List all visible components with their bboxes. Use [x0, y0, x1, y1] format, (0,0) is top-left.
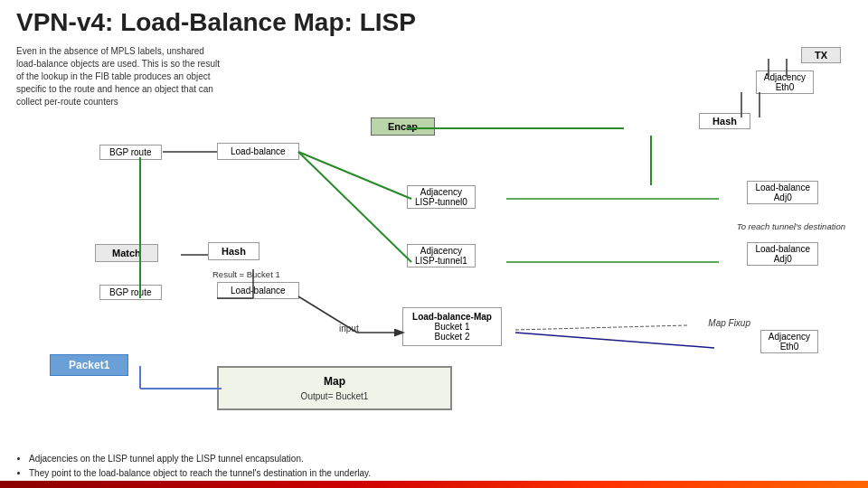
map-title: Map	[228, 375, 441, 388]
bgp-route-bot: BGP route	[99, 285, 162, 300]
lb-adj0-mid-box: Load-balance Adj0	[747, 242, 818, 266]
description-text: Even in the absence of MPLS labels, unsh…	[16, 45, 224, 108]
match-box: Match	[95, 244, 158, 262]
adj-eth0-bot-box: Adjacency Eth0	[760, 330, 818, 353]
svg-line-5	[298, 152, 411, 262]
bottom-bar	[0, 481, 868, 488]
adj-lt0-box: Adjacency LISP-tunnel0	[407, 185, 476, 209]
tunnel-dest-label: To reach tunnel's destination	[737, 221, 845, 231]
svg-line-14	[515, 325, 687, 330]
svg-line-4	[298, 152, 411, 199]
bullets: Adjacencies on the LISP tunnel apply the…	[16, 452, 371, 481]
encap-box: Encap	[371, 117, 435, 136]
tx-box: TX	[801, 47, 841, 63]
page-title: VPN-v4: Load-Balance Map: LISP	[0, 0, 868, 41]
packet1-box: Packet1	[50, 354, 128, 376]
hash-top-box: Hash	[699, 113, 750, 129]
result-label: Result = Bucket 1	[212, 269, 280, 279]
lb-top-box: Load-balance	[217, 143, 299, 160]
lbmap-box: Load-balance-Map Bucket 1 Bucket 2	[402, 307, 502, 346]
mapfixup-label: Map Fixup	[708, 318, 750, 328]
map-output: Output= Bucket1	[228, 391, 441, 401]
lb-adj0-top-box: Load-balance Adj0	[747, 181, 818, 204]
map-outer-box: Map Output= Bucket1	[217, 366, 452, 410]
svg-line-13	[515, 333, 714, 348]
lb-bot-box: Load-balance	[217, 282, 299, 299]
input-label: input	[339, 324, 359, 333]
adjacency-eth0-top-box: Adjacency Eth0	[756, 70, 814, 94]
bgp-route-top: BGP route	[99, 145, 162, 160]
adj-lt1-box: Adjacency LISP-tunnel1	[407, 244, 476, 267]
hash-mid-box: Hash	[208, 242, 259, 260]
